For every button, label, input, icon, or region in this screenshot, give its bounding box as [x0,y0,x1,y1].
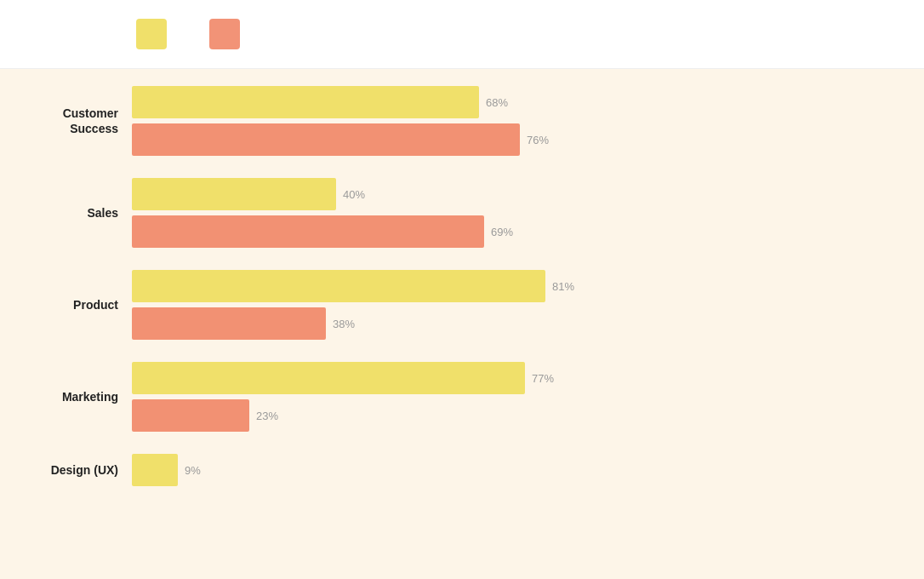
self-serve-bar-wrapper: 40% [132,178,525,210]
chart-group: Product81%38% [0,270,924,340]
human-assisted-value: 69% [491,226,525,238]
chart-group: Design (UX)9% [0,454,924,486]
human-assisted-value: 38% [333,318,367,330]
category-label: Design (UX) [0,462,132,478]
self-serve-bar-wrapper: 9% [132,454,219,486]
legend-self-serve [136,19,175,49]
self-serve-bar-wrapper: 81% [132,270,586,302]
human-assisted-bar-wrapper: 76% [132,123,561,156]
chart-group: Sales40%69% [0,178,924,248]
chart-group: Marketing77%23% [0,362,924,432]
human-assisted-bar [132,307,326,340]
bars-container: 81%38% [132,270,586,340]
category-label: Marketing [0,389,132,404]
self-serve-bar-wrapper: 77% [132,362,566,394]
self-serve-bar [132,270,545,302]
bars-container: 68%76% [132,86,561,156]
human-assisted-value: 23% [256,410,290,422]
bars-container: 9% [132,454,219,486]
self-serve-value: 81% [552,280,586,293]
human-assisted-bar [132,399,249,432]
self-serve-bar-wrapper: 68% [132,86,561,118]
human-assisted-value: 76% [527,134,561,146]
human-assisted-bar [132,123,520,156]
self-serve-value: 68% [486,96,520,109]
self-serve-swatch [136,19,167,49]
category-label: Product [0,297,132,312]
self-serve-bar [132,86,479,118]
chart-legend [0,0,924,69]
chart-group: CustomerSuccess68%76% [0,86,924,156]
self-serve-value: 40% [343,188,377,201]
legend-human-assisted [209,19,248,49]
self-serve-bar [132,178,336,210]
human-assisted-bar-wrapper: 38% [132,307,586,340]
human-assisted-swatch [209,19,240,49]
bars-container: 40%69% [132,178,525,248]
human-assisted-bar [132,215,484,248]
self-serve-value: 77% [532,372,566,385]
category-label: Sales [0,205,132,221]
self-serve-bar [132,362,525,394]
human-assisted-bar-wrapper: 23% [132,399,566,432]
human-assisted-bar-wrapper: 69% [132,215,525,248]
category-label: CustomerSuccess [0,106,132,136]
chart-area: CustomerSuccess68%76%Sales40%69%Product8… [0,69,924,525]
self-serve-value: 9% [185,464,219,477]
bars-container: 77%23% [132,362,566,432]
self-serve-bar [132,454,178,486]
